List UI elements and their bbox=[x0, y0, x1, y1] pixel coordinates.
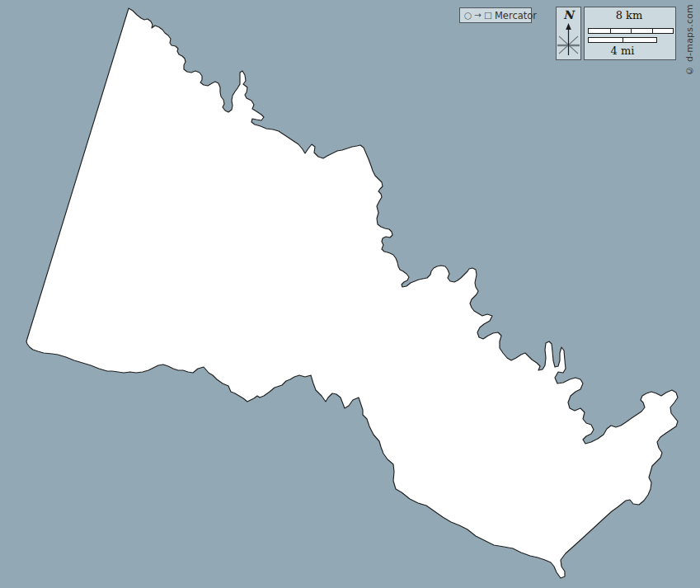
scale-mi-label: 4 mi bbox=[585, 45, 660, 57]
km-scale-bar bbox=[588, 28, 674, 34]
scale-tick bbox=[610, 29, 611, 33]
projection-label: Mercator bbox=[495, 10, 537, 21]
map-canvas: ○ → □ Mercator N 8 km 4 mi © d-maps.com bbox=[0, 0, 700, 588]
north-label: N bbox=[563, 9, 574, 21]
scale-tick bbox=[622, 38, 623, 42]
scale-bar-box: 8 km 4 mi bbox=[584, 7, 676, 60]
scale-km-label: 8 km bbox=[585, 9, 674, 21]
projection-badge: ○ → □ Mercator bbox=[459, 7, 532, 23]
square-icon: □ bbox=[484, 11, 492, 20]
scale-tick bbox=[631, 29, 632, 33]
compass-rose-icon bbox=[557, 21, 580, 58]
scale-tick bbox=[652, 29, 653, 33]
mi-scale-bar bbox=[588, 37, 657, 43]
region-outline bbox=[26, 8, 678, 578]
arrow-icon: → bbox=[474, 11, 482, 20]
circle-icon: ○ bbox=[464, 11, 472, 20]
compass-box: N bbox=[556, 7, 581, 60]
copyright-credit: © d-maps.com bbox=[685, 4, 694, 76]
map-image bbox=[0, 0, 700, 588]
